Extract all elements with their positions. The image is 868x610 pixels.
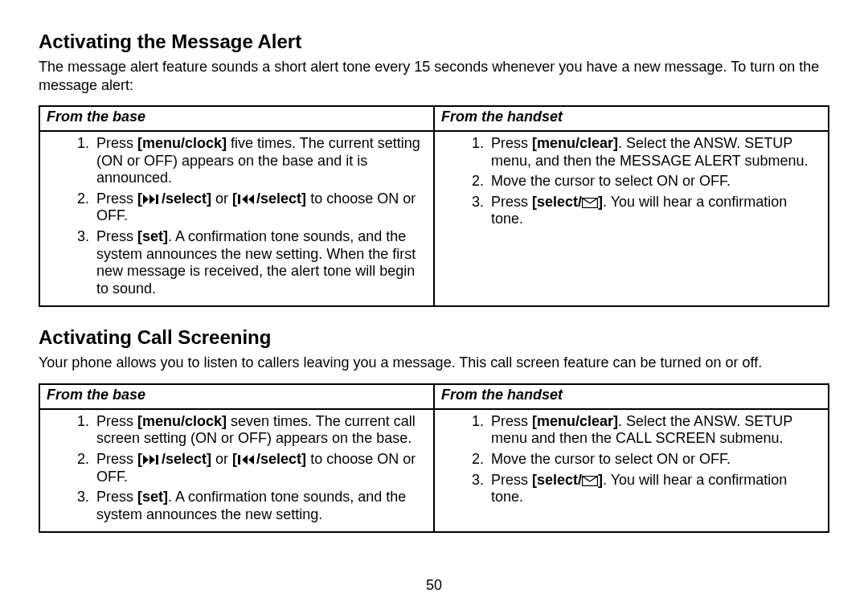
table-call-screening: From the base From the handset Press [me… — [39, 383, 829, 534]
section-intro-message-alert: The message alert feature sounds a short… — [39, 58, 829, 94]
list-item: Press [menu/clock] seven times. The curr… — [93, 413, 427, 448]
skip-start-icon — [237, 194, 256, 205]
list-item: Press [select/]. You will hear a confirm… — [488, 472, 821, 506]
cell-handset-call-screening: Press [menu/clear]. Select the ANSW. SET… — [434, 409, 829, 533]
skip-end-icon — [142, 194, 162, 205]
list-item: Move the cursor to select ON or OFF. — [488, 451, 821, 469]
list-item: Press [menu/clear]. Select the ANSW. SET… — [488, 135, 821, 170]
list-item: Press [/select] or [/select] to choose O… — [93, 190, 427, 225]
envelope-icon — [582, 476, 598, 486]
manual-page: Activating the Message Alert The message… — [0, 0, 868, 610]
section-intro-call-screening: Your phone allows you to listen to calle… — [39, 354, 829, 372]
section-heading-call-screening: Activating Call Screening — [39, 326, 829, 349]
skip-end-icon — [142, 454, 162, 465]
col-header-handset: From the handset — [434, 106, 829, 131]
cell-base-call-screening: Press [menu/clock] seven times. The curr… — [39, 409, 434, 533]
cell-base-message-alert: Press [menu/clock] five times. The curre… — [39, 131, 434, 306]
page-number: 50 — [0, 577, 868, 594]
section-heading-message-alert: Activating the Message Alert — [39, 31, 829, 53]
list-item: Press [menu/clock] five times. The curre… — [93, 135, 427, 187]
col-header-base: From the base — [39, 384, 434, 409]
list-item: Press [/select] or [/select] to choose O… — [93, 451, 427, 485]
svg-rect-4 — [238, 455, 240, 465]
svg-rect-1 — [238, 194, 240, 204]
svg-rect-3 — [156, 455, 158, 465]
col-header-base: From the base — [39, 106, 434, 131]
cell-handset-message-alert: Press [menu/clear]. Select the ANSW. SET… — [434, 131, 829, 306]
list-item: Press [set]. A confirmation tone sounds,… — [93, 489, 427, 523]
envelope-icon — [582, 198, 598, 208]
list-item: Press [set]. A confirmation tone sounds,… — [93, 228, 427, 297]
col-header-handset: From the handset — [434, 384, 829, 409]
table-message-alert: From the base From the handset Press [me… — [39, 105, 829, 307]
svg-rect-0 — [156, 194, 158, 204]
list-item: Move the cursor to select ON or OFF. — [488, 173, 821, 190]
skip-start-icon — [237, 454, 256, 465]
list-item: Press [menu/clear]. Select the ANSW. SET… — [488, 413, 821, 448]
list-item: Press [select/]. You will hear a confirm… — [488, 194, 821, 228]
